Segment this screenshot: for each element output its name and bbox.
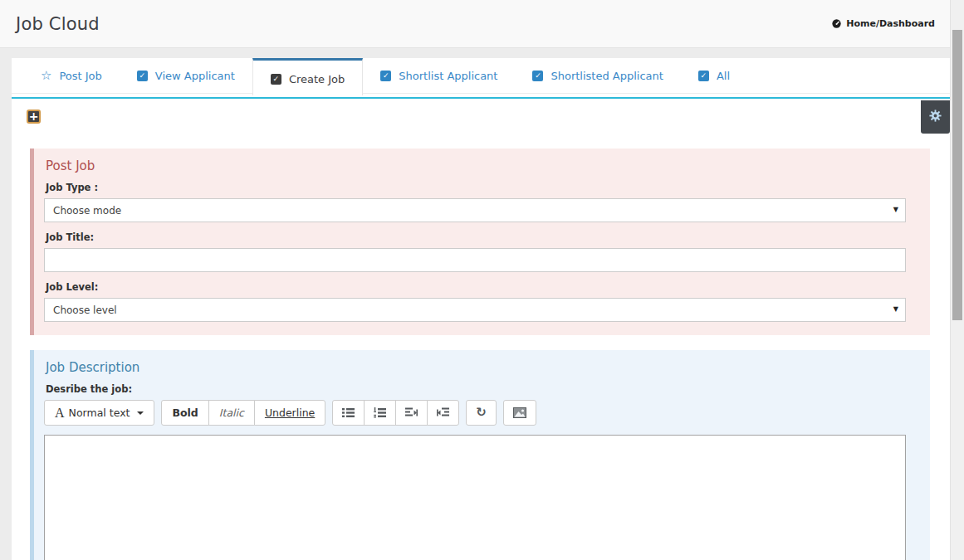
dashboard-icon — [831, 18, 842, 29]
checkbox-checked-icon: ✓ — [271, 74, 281, 85]
image-icon — [513, 407, 526, 418]
outdent-button[interactable] — [427, 400, 459, 426]
job-type-select[interactable]: Choose mode — [44, 198, 906, 222]
job-type-label: Job Type : — [46, 182, 918, 193]
outdent-icon — [437, 407, 449, 418]
indent-button[interactable] — [395, 400, 428, 426]
indent-icon — [405, 407, 418, 418]
bold-label: Bold — [172, 407, 198, 419]
scrollbar[interactable] — [950, 0, 964, 560]
bold-button[interactable]: Bold — [161, 400, 208, 426]
gear-icon — [928, 109, 942, 125]
describe-job-label: Desribe the job: — [46, 383, 918, 395]
plus-icon: + — [29, 110, 39, 123]
ordered-list-button[interactable] — [364, 400, 396, 426]
settings-button[interactable] — [921, 100, 950, 134]
caret-down-icon — [137, 411, 144, 415]
redo-group: ↻ — [466, 400, 497, 426]
underline-button[interactable]: Underline — [254, 400, 325, 426]
list-indent-group — [332, 400, 459, 426]
tabbar: ☆ Post Job ✓ View Applicant ✓ Create Job… — [12, 58, 950, 94]
italic-label: Italic — [219, 407, 244, 419]
checkbox-checked-icon: ✓ — [137, 71, 148, 81]
page-header: Job Cloud Home/Dashboard — [0, 0, 950, 48]
underline-label: Underline — [265, 407, 315, 419]
style-dropdown-label: Normal text — [69, 407, 130, 419]
add-button[interactable]: + — [27, 110, 41, 124]
post-job-section: Post Job Job Type : Choose mode ▼ Job Ti… — [30, 149, 930, 335]
tab-view-applicant[interactable]: ✓ View Applicant — [120, 58, 252, 93]
job-level-label: Job Level: — [46, 281, 918, 293]
page: Job Cloud Home/Dashboard ☆ Post Job ✓ Vi… — [0, 0, 950, 560]
star-icon: ☆ — [41, 70, 51, 82]
scrollbar-thumb[interactable] — [952, 30, 962, 320]
text-style-dropdown[interactable]: A Normal text — [44, 400, 154, 426]
tab-shortlist-applicant[interactable]: ✓ Shortlist Applicant — [363, 58, 515, 93]
job-title-label: Job Title: — [46, 231, 918, 243]
job-description-heading: Job Description — [46, 360, 918, 375]
style-button-group: A Normal text — [44, 400, 154, 426]
checkbox-checked-icon: ✓ — [698, 71, 709, 81]
checkbox-checked-icon: ✓ — [380, 71, 391, 81]
job-title-input[interactable] — [44, 248, 906, 272]
unordered-list-button[interactable] — [332, 400, 365, 426]
create-job-panel: + Post Job Job Type : — [12, 97, 950, 560]
job-level-select-wrap: Choose level ▼ — [44, 298, 906, 322]
breadcrumb-label: Home/Dashboard — [846, 18, 935, 29]
editor-toolbar: A Normal text Bold Italic Un — [44, 400, 918, 426]
checkbox-checked-icon: ✓ — [532, 71, 543, 81]
tab-label: Post Job — [59, 70, 101, 82]
italic-button[interactable]: Italic — [208, 400, 255, 426]
font-format-group: Bold Italic Underline — [161, 400, 325, 426]
post-job-heading: Post Job — [46, 158, 918, 173]
tab-shortlisted-applicant[interactable]: ✓ Shortlisted Applicant — [515, 58, 680, 93]
tab-label: Create Job — [289, 73, 345, 85]
breadcrumb[interactable]: Home/Dashboard — [831, 18, 935, 29]
tab-create-job[interactable]: ✓ Create Job — [252, 58, 363, 95]
tab-label: Shortlist Applicant — [399, 70, 497, 82]
unordered-list-icon — [342, 407, 355, 418]
content-card: ☆ Post Job ✓ View Applicant ✓ Create Job… — [12, 58, 950, 560]
tab-label: View Applicant — [155, 70, 235, 82]
job-level-select[interactable]: Choose level — [44, 298, 906, 322]
tab-label: Shortlisted Applicant — [551, 70, 663, 82]
job-type-select-wrap: Choose mode ▼ — [44, 198, 906, 222]
redo-icon: ↻ — [476, 407, 487, 419]
font-style-icon: A — [55, 407, 65, 420]
ordered-list-icon — [374, 407, 386, 418]
redo-button[interactable]: ↻ — [466, 400, 497, 426]
insert-image-button[interactable] — [503, 400, 536, 426]
job-description-section: Job Description Desribe the job: A Norma… — [30, 350, 930, 560]
tab-post-job[interactable]: ☆ Post Job — [23, 58, 120, 93]
page-title: Job Cloud — [16, 14, 100, 34]
tab-all[interactable]: ✓ All — [681, 58, 747, 93]
tab-label: All — [717, 70, 730, 82]
job-description-editor[interactable] — [44, 435, 906, 560]
image-group — [503, 400, 536, 426]
